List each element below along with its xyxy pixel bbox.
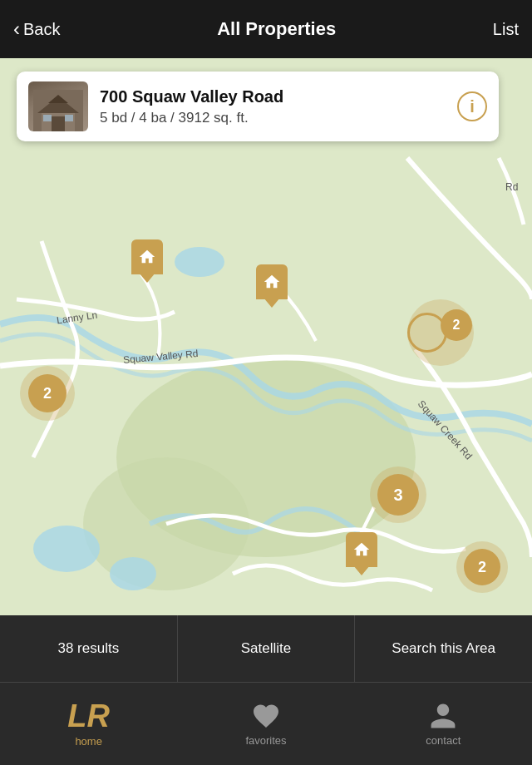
tab-contact[interactable]: contact xyxy=(355,683,532,765)
svg-point-3 xyxy=(175,247,224,277)
cluster-count-bottom: 2 xyxy=(464,549,500,585)
pin-home-icon-2 xyxy=(256,264,288,299)
favorites-tab-label: favorites xyxy=(245,734,286,747)
property-details: 5 bd / 4 ba / 3912 sq. ft. xyxy=(100,110,449,126)
search-area-label: Search this Area xyxy=(392,640,495,657)
satellite-button[interactable]: Satellite xyxy=(178,615,356,682)
property-thumbnail xyxy=(28,81,88,131)
home-pin-3[interactable] xyxy=(346,532,377,567)
property-address: 700 Squaw Valley Road xyxy=(100,86,449,106)
chevron-left-icon: ‹ xyxy=(13,17,20,41)
svg-point-5 xyxy=(110,557,156,590)
back-button[interactable]: ‹ Back xyxy=(13,17,60,41)
pin-home-icon-3 xyxy=(346,532,377,567)
cluster-pin-left[interactable]: 2 xyxy=(18,364,76,422)
cluster-count-left: 2 xyxy=(28,374,66,412)
home-pin-1[interactable] xyxy=(131,239,163,274)
pin-home-icon-1 xyxy=(131,239,163,274)
bottom-action-bar: 38 results Satellite Search this Area xyxy=(0,615,532,682)
back-label: Back xyxy=(23,20,60,39)
svg-point-4 xyxy=(33,526,100,572)
svg-rect-10 xyxy=(43,115,52,121)
tab-home[interactable]: LR home xyxy=(0,683,177,765)
map[interactable]: Lanny Ln Squaw Valley Rd Squaw Creek Rd … xyxy=(0,58,532,657)
svg-rect-9 xyxy=(52,116,65,131)
info-icon-button[interactable]: i xyxy=(457,91,487,121)
tab-favorites[interactable]: favorites xyxy=(177,683,354,765)
property-info: 700 Squaw Valley Road 5 bd / 4 ba / 3912… xyxy=(100,86,449,126)
cluster-pin-3[interactable]: 3 xyxy=(369,466,427,524)
cluster-count-3: 3 xyxy=(377,474,419,516)
contact-tab-label: contact xyxy=(426,734,461,747)
results-button[interactable]: 38 results xyxy=(0,615,178,682)
search-area-button[interactable]: Search this Area xyxy=(355,615,532,682)
home-pin-2[interactable] xyxy=(256,264,288,299)
header: ‹ Back All Properties List xyxy=(0,0,532,58)
tab-bar: LR home favorites contact xyxy=(0,682,532,765)
person-icon xyxy=(428,701,458,731)
cluster-pin-right-top[interactable]: 2 xyxy=(407,299,474,366)
home-tab-label: home xyxy=(75,735,102,748)
heart-icon xyxy=(251,701,281,731)
satellite-label: Satellite xyxy=(241,640,291,657)
lr-logo: LR xyxy=(67,700,110,732)
svg-rect-11 xyxy=(65,115,73,121)
cluster-count-right-top: 2 xyxy=(441,309,472,341)
cluster-pin-bottom[interactable]: 2 xyxy=(456,540,509,594)
property-card[interactable]: 700 Squaw Valley Road 5 bd / 4 ba / 3912… xyxy=(17,72,499,141)
page-title: All Properties xyxy=(217,18,336,40)
list-button[interactable]: List xyxy=(493,20,519,39)
results-label: 38 results xyxy=(57,640,119,657)
